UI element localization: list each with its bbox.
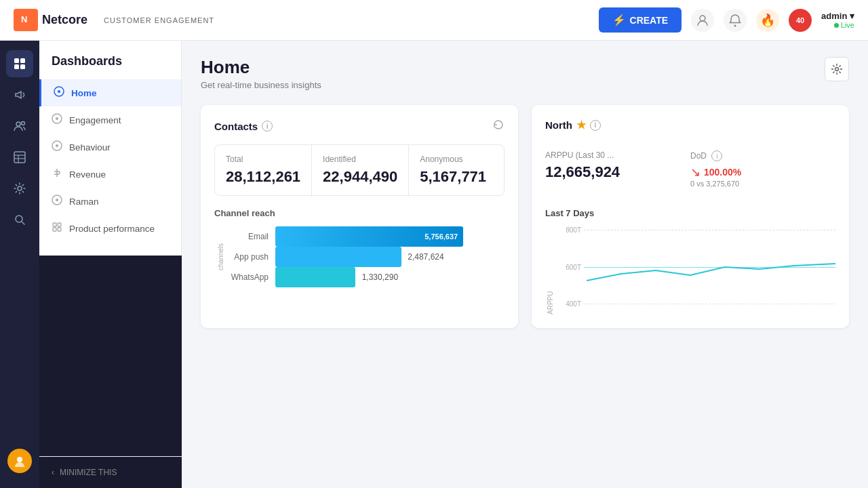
channel-reach-label: Channel reach (214, 208, 505, 218)
sidebar-item-behaviour[interactable]: Behaviour (39, 134, 181, 161)
bar-fill-whatsapp (275, 267, 355, 287)
channels-axis-label: channels (214, 243, 224, 270)
svg-rect-7 (20, 64, 25, 69)
sidebar-icon-grid[interactable] (6, 50, 33, 77)
admin-name: admin ▾ (821, 11, 854, 21)
svg-point-19 (58, 90, 60, 93)
sidebar-label-behaviour: Behaviour (69, 142, 111, 152)
y-label-800: 800T (557, 226, 581, 234)
refresh-icon[interactable] (492, 119, 505, 134)
admin-info: admin ▾ Live (821, 11, 854, 29)
channel-bar-chart: channels Email 5,756,637 App (214, 226, 505, 287)
svg-rect-5 (20, 58, 25, 63)
svg-rect-26 (53, 223, 56, 226)
svg-point-30 (835, 68, 839, 71)
sidebar-item-revenue[interactable]: Revenue (39, 161, 181, 188)
admin-status: Live (834, 21, 854, 29)
settings-button[interactable] (825, 57, 849, 81)
bar-track-email: 5,756,637 (275, 226, 505, 247)
bar-label-apppush: App push (225, 252, 269, 262)
line-chart-wrap: 800T 600T 400T (557, 226, 835, 314)
home-icon (54, 86, 64, 100)
north-card: North ★ i ARPPU (Last 30 ... 12,665,924 … (532, 105, 849, 328)
svg-point-9 (22, 122, 25, 125)
icon-sidebar (0, 41, 39, 488)
north-arppu-label: ARPPU (Last 30 ... (545, 150, 690, 160)
create-button[interactable]: ⚡ CREATE (599, 7, 682, 33)
sidebar-label-raman: Raman (69, 197, 99, 207)
sidebar-item-raman[interactable]: Raman (39, 188, 181, 215)
sidebar-icon-megaphone[interactable] (6, 81, 33, 108)
line-chart-svg (587, 226, 835, 308)
notification-badge[interactable]: 40 (789, 9, 812, 32)
sidebar-icon-gear[interactable] (6, 175, 33, 202)
chevron-left-icon: ‹ (52, 468, 54, 477)
bar-value-apppush: 2,487,624 (408, 252, 443, 262)
bar-row-apppush: App push 2,487,624 (225, 247, 505, 267)
north-card-header: North ★ i (545, 119, 835, 131)
bar-value-whatsapp: 1,330,290 (362, 272, 398, 282)
svg-rect-10 (14, 152, 25, 163)
revenue-icon (52, 167, 62, 181)
dod-sub: 0 vs 3,275,670 (690, 180, 835, 188)
svg-point-3 (734, 24, 736, 26)
sidebar-title: Dashboards (39, 54, 181, 79)
svg-point-17 (17, 457, 22, 462)
bar-track-apppush: 2,487,624 (275, 247, 505, 267)
page-header: Home Get real-time business insights (201, 57, 849, 90)
bolt-icon: ⚡ (612, 14, 626, 26)
svg-rect-28 (53, 228, 56, 231)
stat-total-value: 28,112,261 (226, 168, 300, 186)
dod-down-arrow: ↘ (690, 165, 701, 180)
engagement-icon (52, 113, 62, 127)
fire-icon[interactable]: 🔥 (756, 9, 779, 32)
nav-subtitle: CUSTOMER ENGAGEMENT (104, 16, 214, 24)
north-card-title: North ★ i (545, 119, 601, 131)
dod-info-icon[interactable]: i (711, 150, 722, 161)
svg-rect-29 (58, 228, 61, 231)
logo-text: Netcore (42, 13, 87, 27)
bar-row-email: Email 5,756,637 (225, 226, 505, 247)
svg-point-14 (18, 186, 22, 190)
north-dod: DoD i ↘ 100.00% 0 vs 3,275,670 (690, 142, 835, 196)
create-label: CREATE (630, 15, 669, 26)
svg-point-25 (56, 199, 58, 201)
y-label-400: 400T (557, 300, 581, 308)
notification-icon[interactable] (724, 9, 747, 32)
nav-sidebar-wrap: Dashboards Home Engagement (39, 41, 182, 488)
north-stats: ARPPU (Last 30 ... 12,665,924 DoD i ↘ 10… (545, 142, 835, 196)
bar-row-whatsapp: WhatsApp 1,330,290 (225, 267, 505, 287)
sidebar-item-engagement[interactable]: Engagement (39, 106, 181, 134)
page-title: Home (201, 57, 321, 78)
user-avatar[interactable] (7, 449, 32, 473)
north-info-icon[interactable]: i (590, 120, 601, 131)
page-title-section: Home Get real-time business insights (201, 57, 321, 90)
user-icon[interactable] (691, 9, 714, 32)
stat-total-label: Total (226, 155, 300, 164)
svg-text:N: N (21, 14, 27, 24)
bar-label-whatsapp: WhatsApp (225, 272, 269, 282)
stat-identified-value: 22,944,490 (323, 168, 397, 186)
contacts-info-icon[interactable]: i (262, 121, 273, 131)
dod-value: 100.00% (704, 167, 741, 178)
minimize-label: MINIMIZE THIS (60, 468, 117, 477)
sidebar-icon-people[interactable] (6, 113, 33, 140)
contacts-card-header: Contacts i (214, 119, 505, 134)
north-arppu: ARPPU (Last 30 ... 12,665,924 (545, 142, 690, 196)
stat-anonymous-value: 5,167,771 (420, 168, 493, 186)
bar-fill-apppush (275, 247, 401, 267)
stat-anonymous: Anonymous 5,167,771 (409, 145, 504, 195)
sidebar-item-product-performance[interactable]: Product performance (39, 215, 181, 242)
north-arppu-value: 12,665,924 (545, 163, 690, 181)
main-layout: Dashboards Home Engagement (0, 41, 868, 488)
sidebar-item-home[interactable]: Home (39, 79, 181, 106)
sidebar-icon-search[interactable] (6, 206, 33, 233)
stat-anonymous-label: Anonymous (420, 155, 493, 164)
navbar-right: ⚡ CREATE 🔥 40 admin ▾ Live (599, 7, 854, 33)
sidebar-label-engagement: Engagement (69, 115, 121, 125)
svg-point-8 (16, 122, 20, 126)
minimize-button[interactable]: ‹ MINIMIZE THIS (39, 456, 182, 488)
star-icon: ★ (576, 119, 586, 131)
sidebar-icon-table[interactable] (6, 144, 33, 171)
bar-track-whatsapp: 1,330,290 (275, 267, 505, 287)
